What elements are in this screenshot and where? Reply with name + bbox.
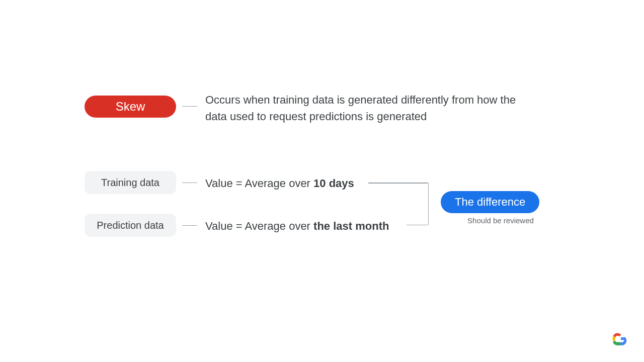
skew-pill: Skew [85,96,176,118]
training-data-value: Value = Average over 10 days [205,177,354,190]
connector-dash [182,183,197,183]
bracket-connector [368,183,429,225]
difference-caption: Should be reviewed [441,216,560,225]
connector-dash [182,225,197,226]
google-cloud-logo-icon [609,330,627,348]
training-data-pill: Training data [85,171,176,194]
prediction-data-value: Value = Average over the last month [205,220,389,233]
connector-dash [182,106,197,107]
prediction-data-pill: Prediction data [85,214,176,237]
value-prefix: Value = Average over [205,220,313,232]
difference-pill: The difference [441,191,539,213]
value-prefix: Value = Average over [205,177,313,190]
skew-description: Occurs when training data is generated d… [205,92,537,125]
value-bold: 10 days [313,177,354,190]
